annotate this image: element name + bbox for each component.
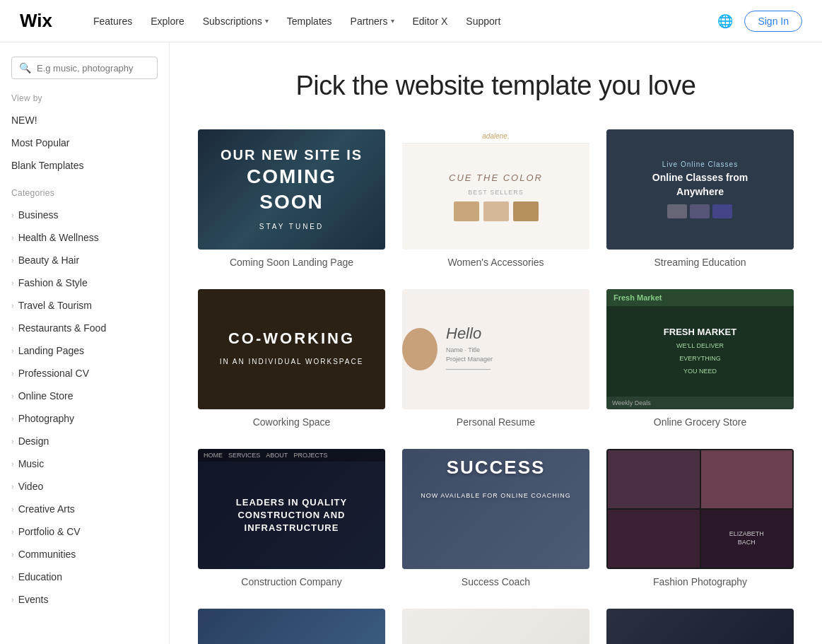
nav-explore[interactable]: Explore [143, 11, 191, 31]
template-thumb-fashion-photo: ELIZABETHBACH [606, 449, 794, 569]
sidebar-cat-photography[interactable]: › Photography [0, 407, 169, 430]
page-title: Pick the website template you love [198, 71, 794, 101]
language-globe-icon[interactable]: 🌐 [717, 13, 733, 29]
navbar-right: 🌐 Sign In [717, 11, 802, 32]
template-label-streaming: Streaming Education [606, 257, 794, 268]
sidebar-cat-business[interactable]: › Business [0, 204, 169, 226]
chevron-right-icon: › [11, 459, 14, 468]
sidebar-cat-creative-arts[interactable]: › Creative Arts [0, 498, 169, 520]
chevron-right-icon: › [11, 256, 14, 264]
template-card-streaming[interactable]: Live Online Classes Online Classes fromA… [606, 129, 794, 268]
sidebar-cat-design[interactable]: › Design [0, 430, 169, 452]
sign-in-button[interactable]: Sign In [744, 11, 802, 32]
template-card-fashion-photo[interactable]: ELIZABETHBACH Fashion Photography [606, 449, 794, 587]
template-card-success[interactable]: SUCCESSNow Available for Online Coaching… [402, 449, 589, 587]
chevron-right-icon: › [11, 369, 14, 377]
nav-support[interactable]: Support [459, 11, 507, 31]
partial-thumb-3 [606, 609, 794, 644]
template-card-grocery[interactable]: Fresh Market FRESH MARKETWE'LL DELIVEREV… [606, 289, 794, 428]
template-label-construction: Construction Company [198, 576, 385, 587]
template-thumb-construction: HOME SERVICES ABOUT PROJECTS LEADERS IN … [198, 449, 385, 569]
chevron-right-icon: › [11, 550, 14, 558]
sidebar-cat-events[interactable]: › Events [0, 588, 169, 611]
template-thumb-coworking: CO-WORKINGin an individual workspace [198, 289, 385, 409]
chevron-right-icon: › [11, 437, 14, 445]
sidebar-cat-communities[interactable]: › Communities [0, 543, 169, 566]
chevron-right-icon: › [11, 505, 14, 513]
categories-label: Categories [0, 177, 169, 204]
template-label-coming-soon: Coming Soon Landing Page [198, 257, 385, 268]
template-thumb-womens: adalene. CUE THE COLOR BEST SELLERS [402, 129, 589, 250]
partial-thumb-1 [198, 609, 385, 644]
template-label-womens: Women's Accessories [402, 257, 589, 268]
partial-templates-row [198, 609, 794, 644]
search-input[interactable] [37, 63, 150, 74]
template-thumb-streaming: Live Online Classes Online Classes fromA… [606, 129, 794, 250]
sidebar-cat-beauty-hair[interactable]: › Beauty & Hair [0, 249, 169, 271]
template-label-grocery: Online Grocery Store [606, 416, 794, 428]
sidebar-search-container[interactable]: 🔍 [11, 57, 158, 79]
nav-partners[interactable]: Partners ▾ [344, 11, 401, 31]
chevron-right-icon: › [11, 301, 14, 310]
main-content: Pick the website template you love OUR N… [170, 42, 822, 644]
template-card-coworking[interactable]: CO-WORKINGin an individual workspace Cow… [198, 289, 385, 428]
template-label-resume: Personal Resume [402, 416, 589, 428]
chevron-right-icon: › [11, 324, 14, 332]
chevron-right-icon: › [11, 573, 14, 581]
view-by-label: View by [0, 93, 169, 103]
sidebar-cat-education[interactable]: › Education [0, 566, 169, 588]
nav-subscriptions[interactable]: Subscriptions ▾ [196, 11, 276, 31]
sidebar-cat-online-store[interactable]: › Online Store [0, 385, 169, 407]
chevron-right-icon: › [11, 211, 14, 219]
sidebar: 🔍 View by NEW! Most Popular Blank Templa… [0, 42, 170, 644]
template-card-womens[interactable]: adalene. CUE THE COLOR BEST SELLERS Wome… [402, 129, 589, 268]
chevron-right-icon: › [11, 346, 14, 355]
nav-features[interactable]: Features [86, 11, 139, 31]
sidebar-item-new[interactable]: NEW! [0, 109, 169, 131]
chevron-right-icon: › [11, 233, 14, 242]
template-label-fashion-photo: Fashion Photography [606, 576, 794, 587]
sidebar-item-blank-templates[interactable]: Blank Templates [0, 154, 169, 177]
template-card-coming-soon[interactable]: OUR NEW SITE ISCOMINGSOONSTAY TUNED Comi… [198, 129, 385, 268]
sidebar-cat-landing-pages[interactable]: › Landing Pages [0, 339, 169, 362]
wix-logo[interactable]: Wix [20, 10, 61, 33]
template-thumb-coming-soon: OUR NEW SITE ISCOMINGSOONSTAY TUNED [198, 129, 385, 250]
sidebar-cat-music[interactable]: › Music [0, 452, 169, 475]
chevron-right-icon: › [11, 482, 14, 491]
sidebar-cat-fashion-style[interactable]: › Fashion & Style [0, 271, 169, 294]
sidebar-item-most-popular[interactable]: Most Popular [0, 131, 169, 154]
chevron-right-icon: › [11, 392, 14, 400]
templates-grid: OUR NEW SITE ISCOMINGSOONSTAY TUNED Comi… [198, 129, 794, 587]
nav-editor-x[interactable]: Editor X [406, 11, 455, 31]
page-layout: 🔍 View by NEW! Most Popular Blank Templa… [0, 42, 822, 644]
partners-chevron-icon: ▾ [391, 17, 394, 25]
chevron-right-icon: › [11, 527, 14, 536]
subscriptions-chevron-icon: ▾ [265, 17, 269, 25]
chevron-right-icon: › [11, 414, 14, 423]
sidebar-cat-video[interactable]: › Video [0, 475, 169, 498]
sidebar-cat-restaurants-food[interactable]: › Restaurants & Food [0, 317, 169, 339]
chevron-right-icon: › [11, 595, 14, 604]
template-thumb-grocery: Fresh Market FRESH MARKETWE'LL DELIVEREV… [606, 289, 794, 409]
partial-thumb-2 [402, 609, 589, 644]
template-thumb-resume: Hello Name · TitleProject Manager——————— [402, 289, 589, 409]
sidebar-cat-portfolio-cv[interactable]: › Portfolio & CV [0, 520, 169, 543]
svg-text:Wix: Wix [20, 10, 53, 30]
navbar: Wix Features Explore Subscriptions ▾ Tem… [0, 0, 822, 42]
template-card-construction[interactable]: HOME SERVICES ABOUT PROJECTS LEADERS IN … [198, 449, 385, 587]
sidebar-cat-professional-cv[interactable]: › Professional CV [0, 362, 169, 385]
sidebar-cat-travel-tourism[interactable]: › Travel & Tourism [0, 294, 169, 317]
template-thumb-success: SUCCESSNow Available for Online Coaching [402, 449, 589, 569]
sidebar-cat-health-wellness[interactable]: › Health & Wellness [0, 226, 169, 249]
search-icon: 🔍 [19, 62, 31, 74]
template-card-resume[interactable]: Hello Name · TitleProject Manager———————… [402, 289, 589, 428]
nav-templates[interactable]: Templates [280, 11, 339, 31]
template-label-coworking: Coworking Space [198, 416, 385, 428]
nav-links: Features Explore Subscriptions ▾ Templat… [86, 11, 717, 31]
template-label-success: Success Coach [402, 576, 589, 587]
chevron-right-icon: › [11, 279, 14, 287]
